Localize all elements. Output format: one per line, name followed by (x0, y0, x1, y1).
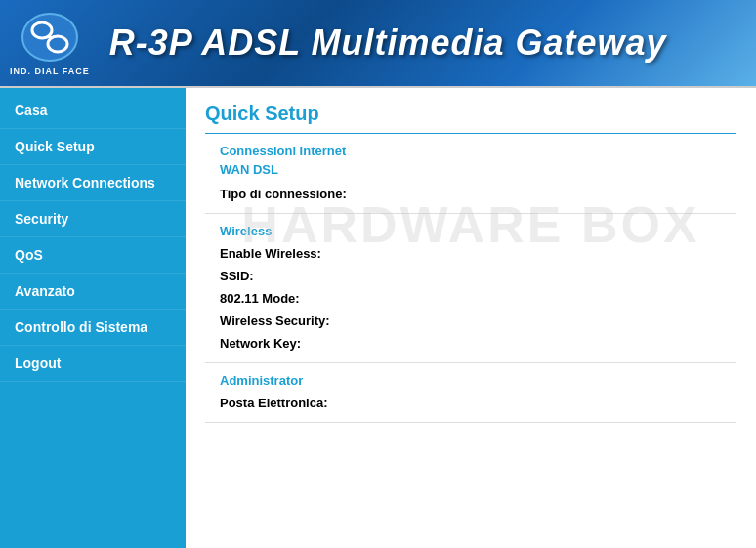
wireless-section-header: Wireless (220, 224, 736, 238)
sidebar-item-quick-setup[interactable]: Quick Setup (0, 129, 186, 165)
sidebar-item-security[interactable]: Security (0, 201, 186, 237)
header: IND. DIAL FACE R-3P ADSL Multimedia Gate… (0, 0, 756, 88)
enable-wireless-label: Enable Wireless: (220, 246, 376, 261)
sidebar-item-controllo-di-sistema[interactable]: Controllo di Sistema (0, 310, 186, 346)
logo-icon (21, 11, 79, 64)
sidebar-item-network-connections[interactable]: Network Connections (0, 165, 186, 201)
80211-mode-row: 802.11 Mode: (220, 287, 736, 310)
sidebar-item-casa[interactable]: Casa (0, 93, 186, 129)
enable-wireless-row: Enable Wireless: (220, 242, 736, 265)
80211-mode-label: 802.11 Mode: (220, 291, 376, 306)
ssid-row: SSID: (220, 265, 736, 287)
internet-section: Connessioni Internet WAN DSL Tipo di con… (205, 144, 736, 205)
posta-elettronica-row: Posta Elettronica: (220, 392, 736, 414)
network-key-label: Network Key: (220, 336, 376, 351)
wireless-security-label: Wireless Security: (220, 314, 376, 328)
content-area: Quick Setup Connessioni Internet WAN DSL… (186, 88, 756, 548)
wan-dsl-header: WAN DSL (220, 162, 736, 177)
header-title: R-3P ADSL Multimedia Gateway (109, 22, 667, 63)
administrator-section-header: Administrator (220, 373, 736, 388)
sidebar: Casa Quick Setup Network Connections Sec… (0, 88, 186, 548)
main-layout: Casa Quick Setup Network Connections Sec… (0, 88, 756, 548)
ssid-label: SSID: (220, 269, 376, 283)
sidebar-item-logout[interactable]: Logout (0, 346, 186, 382)
administrator-section: Administrator Posta Elettronica: (205, 373, 736, 414)
page-title: Quick Setup (205, 103, 736, 134)
logo-area: IND. DIAL FACE (10, 11, 90, 76)
internet-section-header: Connessioni Internet (220, 144, 736, 158)
sidebar-item-avanzato[interactable]: Avanzato (0, 274, 186, 310)
sidebar-item-qos[interactable]: QoS (0, 237, 186, 274)
wireless-section: Wireless Enable Wireless: SSID: 802.11 M… (205, 224, 736, 355)
posta-elettronica-label: Posta Elettronica: (220, 396, 376, 410)
separator-2 (205, 362, 736, 363)
logo-label: IND. DIAL FACE (10, 66, 90, 76)
separator-1 (205, 213, 736, 214)
tipo-di-connessione-row: Tipo di connessione: (220, 183, 736, 205)
wireless-security-row: Wireless Security: (220, 310, 736, 332)
separator-3 (205, 422, 736, 423)
network-key-row: Network Key: (220, 332, 736, 355)
tipo-di-connessione-label: Tipo di connessione: (220, 187, 376, 201)
